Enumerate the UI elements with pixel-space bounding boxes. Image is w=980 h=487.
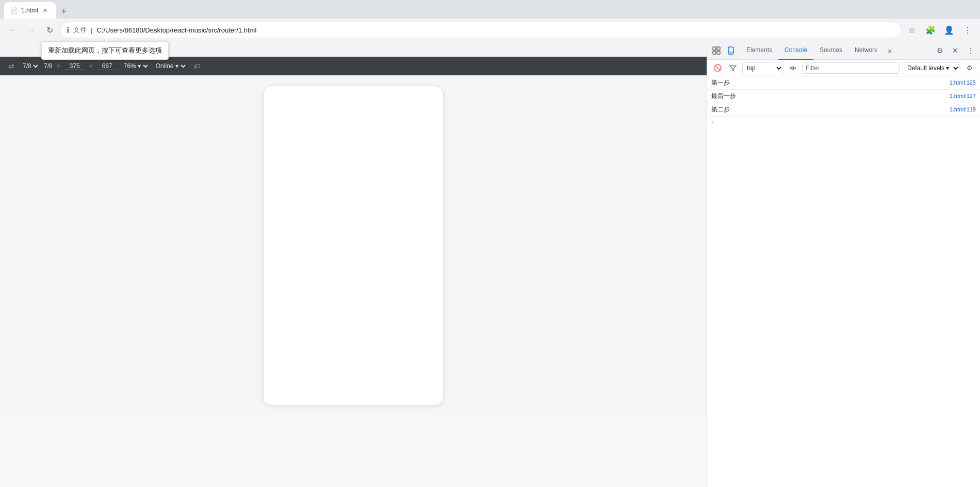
svg-point-7 <box>792 67 794 69</box>
console-settings-button[interactable]: ⚙ <box>963 62 976 74</box>
tab-title: 1.html <box>21 7 38 14</box>
forward-button[interactable]: → <box>23 22 39 38</box>
log-entry-3: 第二步 1.html:119 <box>707 103 980 117</box>
zoom-select[interactable]: 76% ▾ <box>122 62 150 70</box>
prompt-expand-icon[interactable]: › <box>711 119 713 126</box>
network-select[interactable]: Online ▾ <box>154 62 187 70</box>
more-tabs-button[interactable]: » <box>884 44 896 57</box>
x-separator: × <box>89 62 93 70</box>
console-toolbar: 🚫 top Default levels ▾ <box>707 60 980 76</box>
reload-tooltip: 重新加载此网页，按下可查看更多选项 <box>41 41 169 60</box>
phone-frame <box>263 86 444 405</box>
top-bar: ← → ↻ 重新加载此网页，按下可查看更多选项 ℹ 文件 | C:/Users/… <box>0 19 980 41</box>
devtools-tabs: Elements Console Sources Network » <box>738 41 933 60</box>
devtools-tab-elements[interactable]: Elements <box>740 41 778 60</box>
tab-close-button[interactable]: ✕ <box>41 6 50 14</box>
page-count-label: 7/8 <box>44 62 53 70</box>
devtools-right-icons: ⚙ ✕ ⋮ <box>933 43 978 58</box>
levels-select[interactable]: Default levels ▾ <box>903 62 960 74</box>
device-mode-button[interactable] <box>724 43 738 58</box>
width-input[interactable] <box>64 62 85 70</box>
svg-rect-1 <box>717 47 720 50</box>
console-prompt: › <box>707 117 980 128</box>
webpage-area: ⇄ 7/8 7/8 × × 76% ▾ Online ▾ 🏷 <box>0 41 707 487</box>
toolbar-actions: ☆ 🧩 👤 ⋮ <box>904 22 976 38</box>
page-content <box>0 75 707 416</box>
profile-button[interactable]: 👤 <box>941 22 957 38</box>
devtools-tab-console[interactable]: Console <box>778 41 813 60</box>
devtools-header: Elements Console Sources Network » ⚙ ✕ ⋮ <box>707 41 980 60</box>
star-button[interactable]: ☆ <box>904 22 920 38</box>
menu-button[interactable]: ⋮ <box>959 22 976 38</box>
context-select[interactable]: top <box>742 62 783 74</box>
tab-favicon: 📄 <box>10 7 18 14</box>
file-label: 文件 <box>73 25 87 35</box>
separator: | <box>91 26 92 34</box>
devtools-panel: Elements Console Sources Network » ⚙ ✕ ⋮… <box>707 41 980 487</box>
log-source-3[interactable]: 1.html:119 <box>950 106 976 112</box>
filter-toggle-button[interactable] <box>727 62 739 74</box>
back-button[interactable]: ← <box>4 22 21 38</box>
dimension-separator: × <box>57 62 60 70</box>
devtools-settings-button[interactable]: ⚙ <box>933 43 947 58</box>
log-text-3: 第二步 <box>711 105 730 114</box>
svg-rect-3 <box>717 51 720 54</box>
svg-point-6 <box>730 53 731 54</box>
eye-button[interactable] <box>787 62 799 74</box>
extensions-button[interactable]: 🧩 <box>922 22 939 38</box>
info-icon: ℹ <box>67 26 69 34</box>
devtools-close-button[interactable]: ✕ <box>948 43 962 58</box>
rotate-button[interactable]: ⇄ <box>6 61 17 71</box>
devtools-tab-network[interactable]: Network <box>848 41 884 60</box>
main-area: ⇄ 7/8 7/8 × × 76% ▾ Online ▾ 🏷 <box>0 41 980 487</box>
log-entry-2: 最后一步 1.html:127 <box>707 90 980 103</box>
devtools-tab-sources[interactable]: Sources <box>813 41 848 60</box>
console-log: 第一步 1.html:125 最后一步 1.html:127 第二步 1.htm… <box>707 76 980 487</box>
reload-button[interactable]: ↻ <box>41 22 58 38</box>
svg-rect-0 <box>713 47 716 50</box>
inspect-element-button[interactable] <box>709 43 724 58</box>
log-source-2[interactable]: 1.html:127 <box>950 93 976 99</box>
active-tab[interactable]: 📄 1.html ✕ <box>4 2 56 19</box>
svg-rect-2 <box>713 51 716 54</box>
clear-console-button[interactable]: 🚫 <box>711 62 724 74</box>
new-tab-button[interactable]: + <box>57 4 71 19</box>
log-text-1: 第一步 <box>711 78 730 87</box>
device-select[interactable]: 7/8 <box>21 62 40 70</box>
log-text-2: 最后一步 <box>711 92 736 101</box>
tab-bar: 📄 1.html ✕ + <box>0 0 980 19</box>
address-bar[interactable]: ℹ 文件 | C:/Users/86180/Desktop/react-musi… <box>60 22 902 38</box>
log-source-1[interactable]: 1.html:125 <box>950 79 976 86</box>
filter-input[interactable] <box>802 62 900 74</box>
tag-icon-button[interactable]: 🏷 <box>191 61 203 71</box>
browser-window: 📄 1.html ✕ + ← → ↻ 重新加载此网页，按下可查看更多选项 ℹ 文… <box>0 0 980 487</box>
devtools-more-button[interactable]: ⋮ <box>963 43 978 58</box>
url-text: C:/Users/86180/Desktop/react-music/src/r… <box>96 26 256 34</box>
height-input[interactable] <box>97 62 118 70</box>
log-entry-1: 第一步 1.html:125 <box>707 76 980 90</box>
